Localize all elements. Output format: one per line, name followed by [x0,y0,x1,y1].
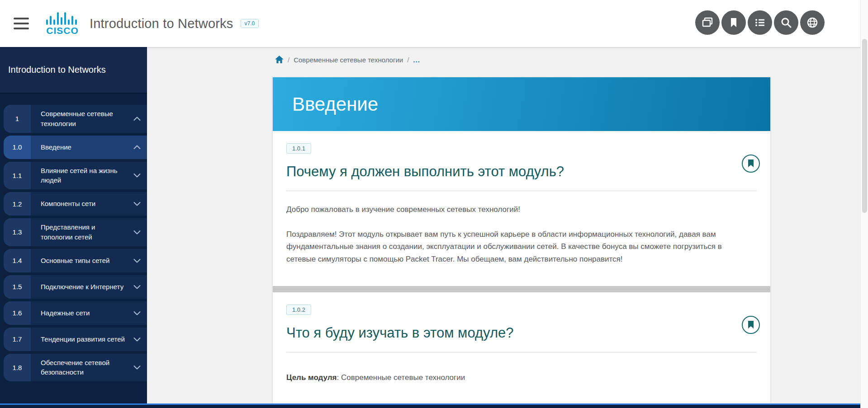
sidebar-item-1-4[interactable]: 1.4 Основные типы сетей [4,249,147,272]
chevron-down-icon [133,311,141,315]
cisco-logo: CISCO [46,11,79,36]
section-id-badge: 1.0.2 [286,305,311,315]
lesson-content: Введение 1.0.1 Почему я должен выполнить… [273,77,770,408]
section-number: 1.5 [4,275,31,299]
section-divider [273,286,770,292]
breadcrumb-module-link[interactable]: Современные сетевые технологии [294,56,403,64]
globe-icon [806,16,819,29]
section-label: Надежные сети [41,308,90,318]
section-1-0-1: 1.0.1 Почему я должен выполнить этот мод… [273,131,770,286]
section-label: Современные сетевые технологии [41,109,126,129]
module-nav: 1 Современные сетевые технологии 1.0 Вве… [0,105,147,381]
chevron-up-icon [133,117,141,121]
section-label: Введение [41,142,71,152]
module-goal-label: Цель модуля [286,373,337,382]
section-number: 1.4 [4,249,31,272]
section-label: Обеспечение сетевой безопасности [41,358,126,378]
topic-banner-title: Введение [292,94,378,115]
bookmark-icon [747,321,754,329]
section-number: 1.2 [4,192,31,216]
paragraph: Поздравляем! Этот модуль открывает вам п… [286,228,752,266]
section-number: 1.8 [4,354,31,382]
section-heading: Почему я должен выполнить этот модуль? [286,164,739,180]
section-number: 1.3 [4,218,31,246]
section-number: 1.6 [4,301,31,325]
sidebar-item-1-0[interactable]: 1.0 Введение [4,136,147,159]
chevron-down-icon [133,285,141,289]
hamburger-menu-icon[interactable] [14,18,29,29]
bookmarks-button[interactable] [721,10,746,35]
main-content-area: / Современные сетевые технологии / ... В… [147,47,860,408]
module-goal: Цель модуля: Современные сетевые техноло… [286,373,757,382]
sidebar-course-title: Introduction to Networks [0,47,147,94]
section-number: 1 [4,105,31,133]
section-label: Подключение к Интернету [41,282,123,292]
section-number: 1.0 [4,136,31,159]
bookmark-icon [728,17,740,28]
section-heading: Что я буду изучать в этом модуле? [286,325,739,341]
sidebar-item-1-8[interactable]: 1.8 Обеспечение сетевой безопасности [4,354,147,382]
section-id-badge: 1.0.1 [286,143,311,154]
section-number: 1.1 [4,162,31,190]
search-icon [780,16,792,29]
home-icon[interactable] [275,56,284,64]
language-button[interactable] [800,10,825,35]
version-badge: v7.0 [241,19,259,28]
section-number: 1.7 [4,328,31,351]
bookmark-icon [747,159,754,168]
chevron-down-icon [133,202,141,206]
breadcrumb-ellipsis[interactable]: ... [413,56,420,64]
module-goal-value: : Современные сетевые технологии [337,373,465,382]
panels-button[interactable] [695,10,720,35]
chevron-up-icon [133,145,141,149]
header-actions [695,10,825,35]
bottom-accent-bar [0,403,868,408]
sidebar-item-1-6[interactable]: 1.6 Надежные сети [4,301,147,325]
breadcrumb: / Современные сетевые технологии / ... [275,56,420,64]
section-label: Основные типы сетей [41,256,109,266]
course-nav-sidebar: Introduction to Networks 1 Современные с… [0,47,147,408]
cisco-logo-text: CISCO [46,25,79,36]
section-label: Тенденции развития сетей [41,334,125,344]
topic-banner: Введение [273,77,770,131]
panels-icon [701,16,714,29]
chevron-down-icon [133,258,141,263]
sidebar-item-1-5[interactable]: 1.5 Подключение к Интернету [4,275,147,299]
index-button[interactable] [748,10,772,35]
heading-divider [286,191,757,191]
list-icon [754,16,766,29]
sidebar-item-1[interactable]: 1 Современные сетевые технологии [4,105,147,133]
paragraph: Добро пожаловать в изучение современных … [286,203,752,216]
bookmark-section-button[interactable] [742,155,760,173]
sidebar-item-1-1[interactable]: 1.1 Влияние сетей на жизнь людей [4,162,147,190]
chevron-down-icon [133,337,141,341]
breadcrumb-separator: / [288,56,289,64]
sidebar-item-1-2[interactable]: 1.2 Компоненты сети [4,192,147,216]
app-header: CISCO Introduction to Networks v7.0 [0,0,868,47]
sidebar-item-1-3[interactable]: 1.3 Представления и топологии сетей [4,218,147,246]
page-scrollbar[interactable] [860,0,868,408]
scrollbar-thumb[interactable] [862,39,867,213]
search-button[interactable] [774,10,798,35]
bookmark-section-button[interactable] [742,316,760,334]
chevron-down-icon [133,366,141,370]
breadcrumb-separator: / [407,56,409,64]
sidebar-item-1-7[interactable]: 1.7 Тенденции развития сетей [4,328,147,351]
chevron-down-icon [133,174,141,178]
cisco-logo-bars-icon [46,11,79,25]
section-label: Влияние сетей на жизнь людей [41,166,126,186]
chevron-down-icon [133,230,141,234]
course-title: Introduction to Networks [90,16,233,31]
section-label: Представления и топологии сетей [41,222,126,242]
section-label: Компоненты сети [41,199,95,209]
section-1-0-2: 1.0.2 Что я буду изучать в этом модуле? … [273,292,770,408]
heading-divider [286,352,757,352]
